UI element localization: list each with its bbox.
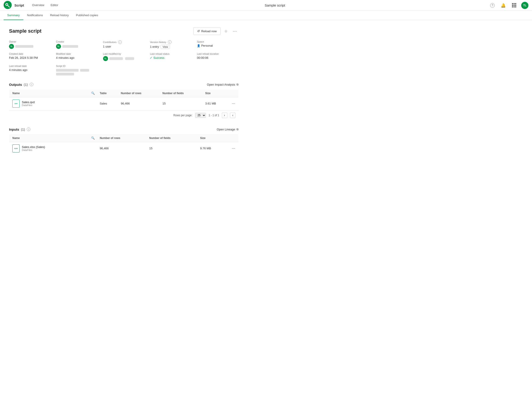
notifications-icon-btn[interactable]: 🔔 <box>500 2 507 9</box>
input-row-actions[interactable]: ··· <box>229 142 238 155</box>
last-modified-name-blurred2 <box>125 57 134 60</box>
apps-icon-btn[interactable] <box>510 2 518 9</box>
version-view-link[interactable]: View <box>161 45 170 49</box>
user-avatar[interactable]: TL <box>521 2 528 9</box>
xlsx-file-icon: XLSX <box>12 144 19 152</box>
output-num-fields: 15 <box>159 97 202 110</box>
nav-link-editor[interactable]: Editor <box>48 2 61 9</box>
outputs-section: Outputs (1) i Open Impact Analysis ⧉ Nam… <box>9 83 238 120</box>
meta-modified-value: 4 minutes ago <box>56 56 98 59</box>
input-size: 9.76 MB <box>197 142 229 155</box>
help-icon-btn[interactable]: ? <box>489 2 496 9</box>
version-info-icon[interactable]: i <box>168 40 171 44</box>
input-table-spacer <box>89 142 96 155</box>
outputs-col-search: 🔍 <box>89 89 96 97</box>
meta-reload-status: Last reload status ✓ Success <box>150 52 191 61</box>
script-id-blurred2 <box>80 69 89 72</box>
app-product-title: Script <box>14 3 24 7</box>
meta-owner-value: TL <box>9 44 51 49</box>
output-row-more-icon[interactable]: ··· <box>232 101 235 106</box>
lineage-external-link-icon: ⧉ <box>237 128 238 131</box>
meta-script-id: Script ID <box>56 65 98 75</box>
impact-analysis-label: Open Impact Analysis <box>207 83 235 86</box>
search-icon[interactable]: 🔍 <box>91 91 95 95</box>
input-filename: Sales.xlsx (Sales) <box>22 145 45 149</box>
open-impact-analysis-btn[interactable]: Open Impact Analysis ⧉ <box>207 83 238 86</box>
open-lineage-btn[interactable]: Open Lineage ⧉ <box>217 128 238 131</box>
outputs-col-rows: Number of rows <box>118 89 159 97</box>
meta-reload-date-value: 4 minutes ago <box>9 68 51 72</box>
script-id-blurred3 <box>56 73 74 75</box>
meta-modified-label: Modified date <box>56 52 98 55</box>
tab-published-copies[interactable]: Published copies <box>72 11 102 20</box>
rows-per-page-select[interactable]: 25 <box>195 113 206 118</box>
star-button[interactable]: ☆ <box>222 28 229 35</box>
output-row-actions[interactable]: ··· <box>229 97 238 110</box>
reload-btn-label: Reload now <box>201 30 217 33</box>
meta-creator-value: TL <box>56 44 98 49</box>
last-modified-avatar: TL <box>103 56 108 61</box>
reload-icon: ↺ <box>197 29 200 33</box>
input-row-more-icon[interactable]: ··· <box>232 146 235 150</box>
meta-created-value: Feb 26, 2024 5:38 PM <box>9 56 51 59</box>
meta-reload-date-label: Last reload date <box>9 65 51 67</box>
owner-avatar: TL <box>9 44 14 49</box>
pagination-prev-btn[interactable]: ‹ <box>222 113 227 118</box>
page-title-row: Sample script ↺ Reload now ☆ ··· <box>9 27 238 35</box>
page-title: Sample script <box>9 28 41 34</box>
check-icon: ✓ <box>150 56 152 59</box>
creator-name-blurred <box>62 45 78 48</box>
tab-reload-history[interactable]: Reload history <box>46 11 72 20</box>
outputs-title: Outputs <box>9 83 22 87</box>
outputs-col-size: Size <box>202 89 229 97</box>
table-row: QVD Sales.qvd DataFiles Sales 96,466 15 … <box>9 97 238 110</box>
inputs-col-name: Name <box>9 134 90 142</box>
lineage-label: Open Lineage <box>217 128 235 131</box>
sub-nav: Summary Notifications Reload history Pub… <box>0 11 532 20</box>
output-num-rows: 96,466 <box>118 97 159 110</box>
last-modified-name-blurred <box>109 57 123 60</box>
more-options-button[interactable]: ··· <box>231 28 238 35</box>
meta-owner-label: Owner <box>9 40 51 43</box>
inputs-title-row: Inputs (1) i <box>9 128 30 131</box>
pagination-next-btn[interactable]: › <box>230 113 235 118</box>
inputs-section-header: Inputs (1) i Open Lineage ⧉ <box>9 128 238 131</box>
inputs-col-rows: Number of rows <box>96 134 146 142</box>
meta-last-modified-label: Last modified by <box>103 52 145 55</box>
inputs-info-icon[interactable]: i <box>27 128 30 131</box>
meta-creator: Creator TL <box>56 40 98 49</box>
outputs-title-row: Outputs (1) i <box>9 83 33 87</box>
outputs-col-fields: Number of fields <box>159 89 202 97</box>
star-icon: ☆ <box>224 29 228 33</box>
inputs-count: (1) <box>21 128 25 131</box>
inputs-search-icon[interactable]: 🔍 <box>91 136 95 140</box>
space-icon: 👤 <box>197 44 200 47</box>
meta-owner: Owner TL <box>9 40 51 49</box>
metadata-grid: Owner TL Creator TL Contributors i 1 use… <box>9 40 238 75</box>
input-filepath: DataFiles <box>22 149 45 151</box>
nav-link-overview[interactable]: Overview <box>29 2 47 9</box>
meta-space-value: 👤 Personal <box>197 44 238 47</box>
contributors-info-icon[interactable]: i <box>118 40 122 44</box>
input-num-rows: 96,466 <box>96 142 146 155</box>
meta-version-history: Version history i 1 entry View <box>150 40 191 49</box>
tab-notifications[interactable]: Notifications <box>23 11 47 20</box>
output-name-cell: QVD Sales.qvd DataFiles <box>9 97 90 110</box>
meta-reload-duration-label: Last reload duration <box>197 52 238 55</box>
tab-summary[interactable]: Summary <box>4 11 23 20</box>
meta-reload-status-label: Last reload status <box>150 52 191 55</box>
output-table-spacer <box>89 97 96 110</box>
meta-reload-duration: Last reload duration 00:00:06 <box>197 52 238 61</box>
owner-name-blurred <box>15 45 33 48</box>
meta-script-id-label: Script ID <box>56 65 98 67</box>
more-icon: ··· <box>233 29 237 34</box>
meta-script-id-value <box>56 68 98 75</box>
external-link-icon: ⧉ <box>237 83 238 86</box>
outputs-col-table: Table <box>96 89 118 97</box>
reload-now-button[interactable]: ↺ Reload now <box>193 27 220 35</box>
output-filepath: DataFiles <box>22 104 35 107</box>
outputs-info-icon[interactable]: i <box>30 83 33 86</box>
meta-contributors-label: Contributors i <box>103 40 145 44</box>
outputs-col-actions <box>229 89 238 97</box>
output-table: Sales <box>96 97 118 110</box>
